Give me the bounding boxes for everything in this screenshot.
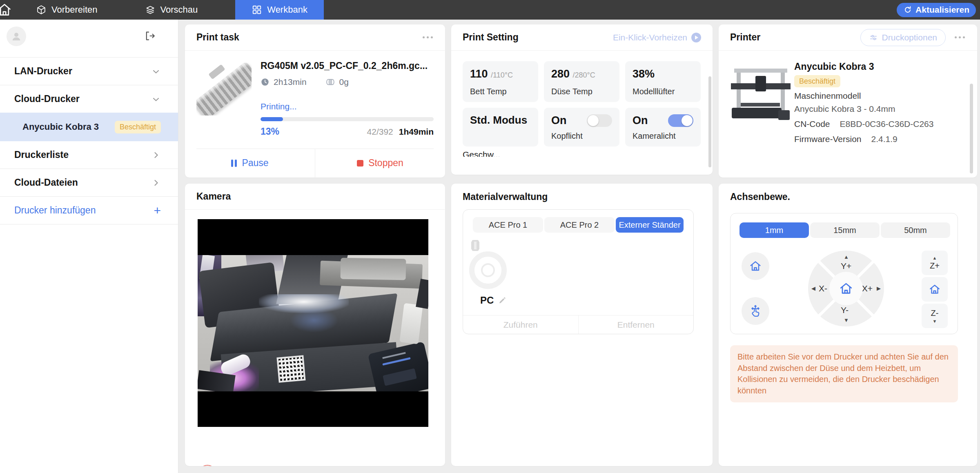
nozzle-temp-tile[interactable]: 280 /280°C Düse Temp (544, 61, 619, 102)
firmware-label: Firmware-Version (794, 134, 862, 144)
cn-code-value: E8BD-0C36-C36D-C263 (840, 119, 934, 129)
print-options-button[interactable]: Druckoptionen (860, 29, 946, 46)
material-management-card: Materialverwaltung ACE Pro 1 ACE Pro 2 E… (451, 184, 713, 466)
head-light-label: Kopflicht (551, 131, 612, 141)
step-15mm[interactable]: 15mm (810, 222, 880, 238)
printer-status-badge: Beschäftigt (115, 121, 161, 133)
nozzle-temp-target: /280°C (573, 71, 595, 79)
tab-external-spool[interactable]: Externer Ständer (616, 217, 684, 233)
stop-button[interactable]: Stoppen (315, 149, 445, 178)
sidebar-item-printer-anycubic-kobra-3[interactable]: Anycubic Kobra 3 Beschäftigt (0, 113, 178, 141)
xy-dpad: ▲ Y+ Y- ▼ ◀ X- X+ ▶ (808, 251, 884, 326)
more-icon[interactable] (422, 34, 434, 41)
avatar[interactable] (7, 27, 26, 46)
tab-label: ACE Pro 1 (489, 220, 527, 230)
home-z-button[interactable] (922, 277, 948, 302)
refresh-button[interactable]: Aktualisieren (897, 3, 976, 17)
add-printer-label: Drucker hinzufügen (14, 205, 96, 216)
pause-label: Pause (242, 158, 268, 169)
manual-move-button[interactable] (742, 297, 769, 325)
printer-header: Printer Druckoptionen (719, 24, 977, 51)
material-actions: Zuführen Entfernen (463, 315, 693, 334)
pause-button[interactable]: Pause (185, 149, 315, 178)
y-plus-label: Y+ (841, 261, 851, 271)
print-setting-title: Print Setting (463, 32, 519, 43)
tab-label: Vorbereiten (51, 4, 98, 15)
remove-label: Entfernen (617, 320, 655, 330)
print-status: Printing... (261, 102, 434, 111)
grid-icon (252, 4, 262, 15)
bed-temp-value: 110 (470, 68, 488, 80)
arrow-up-icon: ▲ (933, 255, 937, 260)
stop-icon (357, 160, 363, 167)
top-bar: Vorbereiten Vorschau Werkbank Aktualisie… (0, 0, 980, 20)
step-1mm[interactable]: 1mm (739, 222, 809, 238)
y-minus-label: Y- (841, 305, 849, 315)
pause-icon (231, 160, 237, 167)
remove-button[interactable]: Entfernen (578, 315, 694, 334)
head-light-toggle[interactable] (587, 114, 612, 127)
camera-record-stop-button[interactable] (199, 465, 216, 466)
bed-temp-label: Bett Temp (470, 87, 531, 96)
model-fan-tile[interactable]: 38% Modelllüfter (625, 61, 701, 102)
chevron-down-icon (151, 94, 161, 104)
camera-card: Kamera (185, 184, 445, 466)
bed-temp-tile[interactable]: 110 /110°C Bett Temp (463, 61, 538, 102)
home-all-button[interactable] (742, 252, 769, 280)
logout-icon[interactable] (144, 30, 156, 42)
lan-printers-label: LAN-Drucker (14, 66, 72, 77)
step-label: 15mm (833, 226, 856, 235)
axis-header: Achsenbewe. (719, 184, 977, 210)
home-xy-button[interactable] (829, 272, 863, 305)
sidebar-item-lan-printers[interactable]: LAN-Drucker (0, 58, 178, 85)
tab-werkbank[interactable]: Werkbank (235, 0, 324, 20)
tab-ace-pro-2[interactable]: ACE Pro 2 (544, 217, 615, 233)
camera-body (185, 210, 445, 466)
tab-label: ACE Pro 2 (560, 220, 599, 230)
printer-name: Anycubic Kobra 3 (794, 61, 961, 72)
sidebar-item-cloud-printers[interactable]: Cloud-Drucker (0, 85, 178, 113)
camera-light-tile: On Kameralicht (625, 108, 701, 147)
model-fan-value: 38% (633, 68, 693, 80)
speed-mode-tile[interactable]: Std. Modus (463, 108, 538, 147)
print-task-actions: Pause Stoppen (185, 149, 445, 178)
camera-light-toggle[interactable] (668, 114, 693, 127)
tab-ace-pro-1[interactable]: ACE Pro 1 (473, 217, 543, 233)
spool-ring[interactable] (469, 251, 507, 289)
sidebar-item-add-printer[interactable]: Drucker hinzufügen + (0, 197, 178, 224)
step-label: 1mm (765, 226, 783, 235)
edit-pencil-icon[interactable] (498, 296, 507, 305)
step-50mm[interactable]: 50mm (881, 222, 950, 238)
nozzle-temp-label: Düse Temp (551, 87, 612, 96)
sidebar-item-cloud-files[interactable]: Cloud-Dateien (0, 169, 178, 196)
print-filename: RG405M v2.05_PC-CF_0.2_2h6m.gc... (261, 60, 434, 71)
step-size-tabs: 1mm 15mm 50mm (739, 222, 950, 238)
tab-vorbereiten[interactable]: Vorbereiten (22, 0, 111, 20)
head-light-value: On (551, 114, 567, 127)
feed-button[interactable]: Zuführen (463, 315, 578, 334)
play-circle-icon (691, 33, 701, 42)
one-click-preheat-button[interactable]: Ein-Klick-Vorheizen (613, 33, 701, 42)
feed-label: Zuführen (503, 320, 538, 330)
z-plus-button[interactable]: ▲ Z+ (922, 251, 948, 275)
scrollbar[interactable] (970, 84, 973, 173)
speed-mode-value: Std. Modus (470, 114, 531, 126)
scrollbar[interactable] (708, 76, 711, 167)
tab-vorschau[interactable]: Vorschau (131, 0, 212, 20)
head-light-tile: On Kopflicht (544, 108, 619, 147)
material-weight: 0g (339, 77, 349, 87)
home-button[interactable] (0, 0, 15, 20)
sidebar-item-printer-list[interactable]: Druckerliste (0, 141, 178, 169)
print-options-label: Druckoptionen (882, 33, 937, 42)
print-duration: 2h13min (274, 77, 307, 87)
arrow-down-icon: ▼ (844, 317, 849, 323)
progress-bar (261, 117, 434, 121)
camera-feed[interactable] (198, 219, 428, 427)
camera-title: Kamera (196, 191, 231, 202)
print-task-header: Print task (185, 24, 445, 51)
cube-icon (36, 4, 47, 15)
more-icon[interactable] (954, 34, 966, 41)
z-minus-button[interactable]: Z- ▼ (922, 304, 948, 328)
layers-icon (145, 4, 156, 15)
axis-panel: 1mm 15mm 50mm ▲ Y+ Y- ▼ ◀ X- (730, 213, 958, 334)
